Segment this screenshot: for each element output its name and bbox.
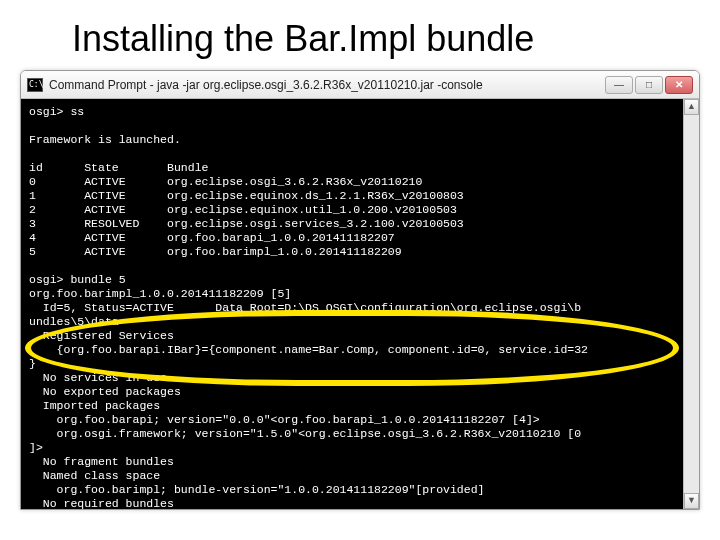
scroll-up-button[interactable]: ▲ (684, 99, 699, 115)
close-button[interactable]: ✕ (665, 76, 693, 94)
scrollbar[interactable]: ▲ ▼ (683, 99, 699, 509)
cmd-icon (27, 78, 43, 92)
console-output[interactable]: osgi> ss Framework is launched. id State… (21, 99, 683, 509)
window-title: Command Prompt - java -jar org.eclipse.o… (49, 78, 599, 92)
console-area: osgi> ss Framework is launched. id State… (21, 99, 699, 509)
scroll-down-button[interactable]: ▼ (684, 493, 699, 509)
window-titlebar[interactable]: Command Prompt - java -jar org.eclipse.o… (21, 71, 699, 99)
minimize-button[interactable]: — (605, 76, 633, 94)
command-prompt-window: Command Prompt - java -jar org.eclipse.o… (20, 70, 700, 510)
maximize-button[interactable]: □ (635, 76, 663, 94)
slide-title: Installing the Bar.Impl bundle (0, 0, 720, 70)
window-controls: — □ ✕ (605, 76, 693, 94)
